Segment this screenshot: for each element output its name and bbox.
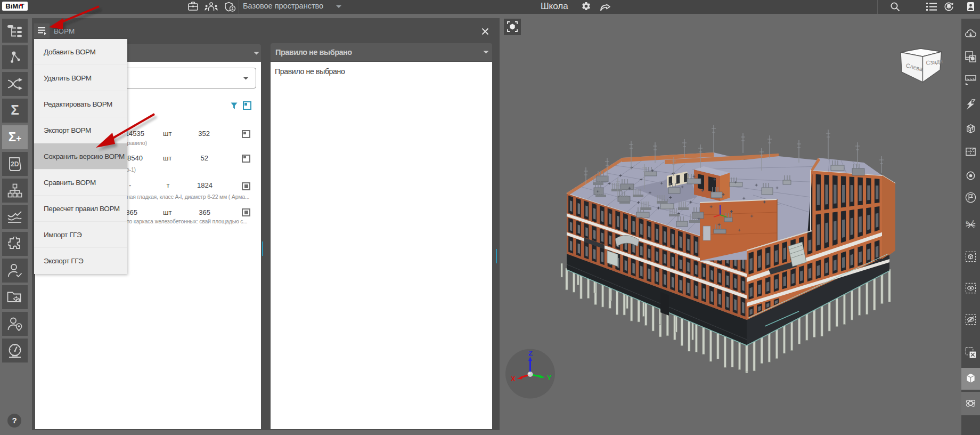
svg-text:Z: Z [528, 349, 533, 357]
svg-text:2D: 2D [11, 160, 19, 168]
svg-text:X: X [511, 375, 516, 383]
svg-text:Y: Y [547, 374, 552, 382]
svg-text:1: 1 [966, 220, 967, 223]
svg-text:2: 2 [973, 220, 974, 223]
